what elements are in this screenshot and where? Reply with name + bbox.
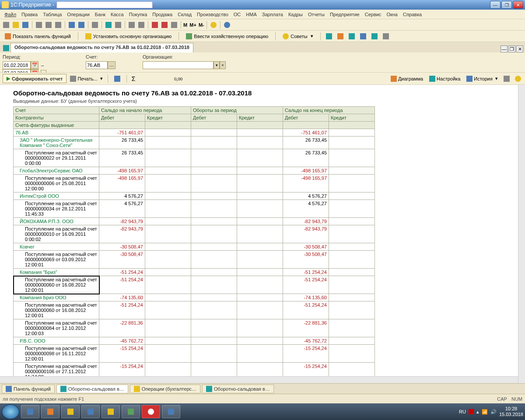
row-d2[interactable] [191,294,237,301]
row-d2[interactable] [191,269,237,276]
row-k3[interactable] [329,251,375,269]
scrollbar-horizontal[interactable] [0,376,518,383]
save-report-icon[interactable] [113,74,122,83]
diagram-button[interactable]: Диаграмма [389,74,425,83]
row-k2[interactable] [237,294,283,301]
row-k3[interactable] [329,301,375,319]
doc-tab-active[interactable]: Оборотно-сальдовая ведомость по счету 76… [10,43,193,52]
row-d1[interactable]: -51 254,24 [99,276,145,294]
row-name[interactable]: ЙОКОХАМА Р.П.З. ООО [14,218,99,225]
row-d3[interactable]: -45 762,72 [283,337,329,345]
row-k1[interactable] [145,337,191,345]
row-k2[interactable] [237,167,283,175]
row-k2[interactable] [237,175,283,192]
row-d1[interactable]: 26 733,45 [99,149,145,167]
row-d3[interactable]: -498 165,97 [283,167,329,175]
row-k1[interactable] [145,243,191,251]
row-k1[interactable] [145,276,191,294]
row-name[interactable]: Поступление на расчетный счет 0000000002… [14,149,99,167]
taskbar-explorer[interactable] [61,405,80,418]
menu-windows[interactable]: Окна [384,10,400,18]
row-d1[interactable]: 4 576,27 [99,192,145,200]
row-k1[interactable] [145,294,191,301]
table-row[interactable]: 76.АВ-751 461,07-751 461,07 [14,129,375,136]
row-k1[interactable] [145,319,191,337]
row-k2[interactable] [237,276,283,294]
form-report-button[interactable]: ▶Сформировать отчет [3,74,66,83]
bottom-tab[interactable]: Панель функций [2,385,55,393]
row-k2[interactable] [237,251,283,269]
row-d3[interactable]: -15 254,24 [283,345,329,363]
row-d1[interactable]: -30 508,47 [99,251,145,269]
table-row[interactable]: ЙОКОХАМА Р.П.З. ООО-82 943,79-82 943,79 [14,218,375,225]
row-name[interactable]: Ковчег [14,243,99,251]
maximize-button[interactable]: ❐ [501,1,512,9]
row-k2[interactable] [237,225,283,243]
row-k1[interactable] [145,149,191,167]
enter-op-button[interactable]: Ввести хозяйственную операцию [183,32,271,41]
table-row[interactable]: Р.В.С. ООО-45 762,72-45 762,72 [14,337,375,345]
row-k2[interactable] [237,337,283,345]
row-name[interactable]: Поступление на расчетный счет 0000000000… [14,175,99,192]
redo-icon[interactable] [77,21,86,29]
row-k1[interactable] [145,218,191,225]
start-button[interactable] [2,404,19,419]
tray-clock[interactable]: 10:28 15.03.2018 [499,406,523,417]
row-d1[interactable]: -74 135,60 [99,294,145,301]
row-d3[interactable]: 26 733,45 [283,149,329,167]
row-d3[interactable]: 4 576,27 [283,192,329,200]
info-icon[interactable] [223,21,231,29]
copy-icon[interactable] [44,21,53,29]
row-k2[interactable] [237,345,283,363]
menu-edit[interactable]: Правка [19,10,40,18]
row-k3[interactable] [329,192,375,200]
row-name[interactable]: Поступление на расчетный счет 0000000006… [14,301,99,319]
table-row[interactable]: Компания Бриз ООО-74 135,60-74 135,60 [14,294,375,301]
tray-net-icon[interactable]: 📶 [482,409,488,415]
row-name[interactable]: Р.В.С. ООО [14,337,99,345]
row-k2[interactable] [237,319,283,337]
new-icon[interactable] [2,21,10,29]
row-d1[interactable]: -751 461,07 [99,129,145,136]
account-input[interactable] [86,61,108,69]
row-name[interactable]: Компания Бриз ООО [14,294,99,301]
table-row[interactable]: Поступление на расчетный счет 0000000006… [14,276,375,294]
cut-icon[interactable] [35,21,43,29]
org-dropdown-button[interactable]: ▾ [214,61,220,69]
row-d2[interactable] [191,192,237,200]
calendar-icon[interactable] [104,21,113,29]
extra6-icon[interactable] [382,32,390,41]
row-d3[interactable]: -498 165,97 [283,175,329,192]
row-d1[interactable]: -30 508,47 [99,243,145,251]
row-d3[interactable]: 26 733,45 [283,136,329,149]
calculator-icon[interactable] [114,21,122,29]
row-name[interactable]: Поступление на расчетный счет 0000000006… [14,251,99,269]
row-d2[interactable] [191,251,237,269]
menu-sales[interactable]: Продажа [150,10,175,18]
report-body[interactable]: Оборотно-сальдовая ведомость по счету 76… [0,85,525,381]
m-menu[interactable]: M [183,22,187,28]
table-row[interactable]: Поступление на расчетный счет 0000000009… [14,345,375,363]
open-icon[interactable] [11,21,20,29]
row-d3[interactable]: -82 943,79 [283,218,329,225]
help-icon[interactable] [209,21,218,29]
menu-intangible[interactable]: НМА [243,10,259,18]
row-d3[interactable]: -82 943,79 [283,225,329,243]
m-minus[interactable]: M- [197,22,204,28]
extra4-icon[interactable] [359,32,368,41]
menu-fixed-assets[interactable]: ОС [231,10,244,18]
table-row[interactable]: Поступление на расчетный счет 0000000001… [14,225,375,243]
row-k3[interactable] [329,337,375,345]
scrollbar-vertical[interactable] [518,85,525,383]
history-button[interactable]: История ▾ [465,74,500,83]
save-icon[interactable] [21,21,30,29]
row-name[interactable]: 76.АВ [14,129,99,136]
menu-staff[interactable]: Кадры [286,10,305,18]
taskbar-app2[interactable] [162,405,180,418]
show-panel-button[interactable]: Показать панель функций [2,32,74,41]
print-button[interactable]: Печать... ▾ [70,76,102,82]
row-d1[interactable]: 4 576,27 [99,200,145,218]
minimize-button[interactable]: — [490,1,500,9]
title-edit-field[interactable] [56,1,153,8]
row-d1[interactable]: -82 943,79 [99,225,145,243]
